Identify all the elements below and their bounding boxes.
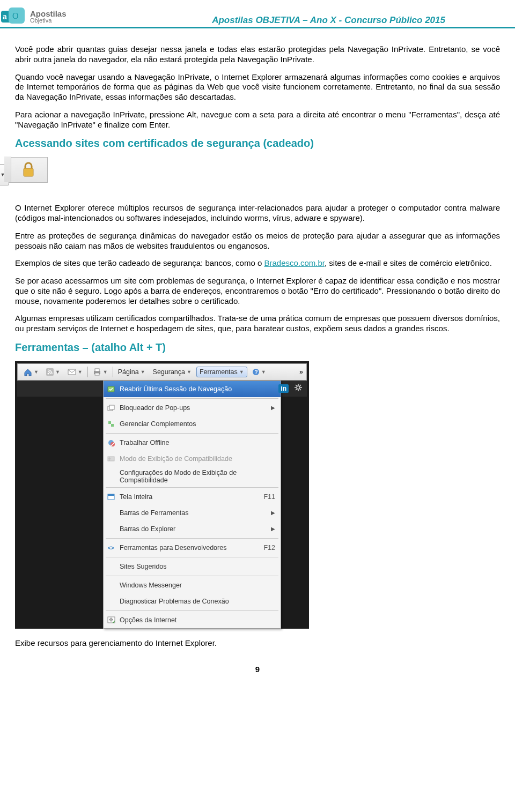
paragraph: Entre as proteções de segurança dinâmica… xyxy=(15,231,500,251)
rss-icon xyxy=(46,368,54,376)
svg-line-21 xyxy=(300,385,301,386)
header-title: Apostilas OBJETIVA – Ano X - Concurso Pú… xyxy=(212,15,515,26)
brand-line1: Apostilas xyxy=(30,10,67,18)
paragraph: O Internet Explorer oferece múltiplos re… xyxy=(15,203,500,224)
bradesco-link[interactable]: Bradesco.com.br xyxy=(264,258,325,267)
linkedin-badge[interactable]: in xyxy=(278,384,289,393)
svg-line-20 xyxy=(296,389,297,390)
menu-item-devtools[interactable]: <> Ferramentas para Desenvolvedores F12 xyxy=(104,540,281,556)
page-header: aO Apostilas Objetiva Apostilas OBJETIVA… xyxy=(0,0,515,28)
logo-mark-icon: aO xyxy=(1,8,27,26)
svg-line-19 xyxy=(300,389,301,390)
section-heading: Ferramentas – (atalho Alt + T) xyxy=(15,341,500,354)
svg-text:a: a xyxy=(3,12,7,21)
devtools-icon: <> xyxy=(107,543,115,552)
paragraph: Exibe recursos para gerenciamento do Int… xyxy=(15,638,500,649)
addons-icon xyxy=(107,420,115,428)
menu-item-manage-addons[interactable]: Gerenciar Complementos xyxy=(104,416,281,432)
home-button[interactable]: ▼ xyxy=(21,367,41,377)
menu-item-fullscreen[interactable]: Tela Inteira F11 xyxy=(104,489,281,505)
svg-line-18 xyxy=(296,385,297,386)
menu-item-diagnose[interactable]: Diagnosticar Problemas de Conexão xyxy=(104,593,281,609)
ie-command-bar: ▼ ▼ ▼ ▼ Página ▼ Segurança ▼ Ferramentas… xyxy=(17,363,307,381)
menu-item-explorer-bars[interactable]: Barras do Explorer ▶ xyxy=(104,521,281,537)
submenu-arrow-icon: ▶ xyxy=(271,526,275,532)
paragraph: Quando você navegar usando a Navegação I… xyxy=(15,72,500,102)
paragraph: Para acionar a navegação InPrivate, pres… xyxy=(15,110,500,130)
help-icon: ? xyxy=(252,368,260,376)
menu-item-work-offline[interactable]: Trabalhar Offline xyxy=(104,435,281,451)
page-menu-button[interactable]: Página ▼ xyxy=(115,367,148,377)
menu-item-internet-options[interactable]: ✔ Opções da Internet xyxy=(104,612,281,628)
menu-item-compat-view: Modo de Exibição de Compatibilidade xyxy=(104,451,281,467)
paragraph: Exemplos de sites que terão cadeado de s… xyxy=(15,258,500,269)
menu-item-suggested-sites[interactable]: Sites Sugeridos xyxy=(104,558,281,575)
reopen-icon xyxy=(107,385,115,393)
svg-text:✔: ✔ xyxy=(112,620,115,623)
svg-rect-9 xyxy=(95,369,99,371)
help-button[interactable]: ?▼ xyxy=(249,367,269,377)
gear-icon[interactable] xyxy=(294,383,303,393)
menu-item-reopen-session[interactable]: Reabrir Última Sessão de Navegação xyxy=(104,381,281,397)
ie-menu-screenshot: ▼ ▼ ▼ ▼ Página ▼ Segurança ▼ Ferramentas… xyxy=(15,361,309,629)
mail-button[interactable]: ▼ xyxy=(65,368,85,376)
home-icon xyxy=(24,368,32,376)
paragraph: Se por acaso acessarmos um site com prob… xyxy=(15,276,500,306)
section-heading: Acessando sites com certificados de segu… xyxy=(15,137,500,150)
svg-rect-32 xyxy=(108,494,114,496)
compat-icon xyxy=(107,455,115,463)
page-number: 9 xyxy=(15,665,500,674)
print-button[interactable]: ▼ xyxy=(90,367,111,377)
svg-text:O: O xyxy=(12,11,19,20)
svg-point-6 xyxy=(47,373,49,374)
brand-logo: aO Apostilas Objetiva xyxy=(0,8,67,26)
print-icon xyxy=(93,368,101,376)
submenu-arrow-icon: ▶ xyxy=(271,510,275,516)
svg-text:<>: <> xyxy=(108,545,114,551)
offline-icon xyxy=(107,438,115,447)
svg-text:?: ? xyxy=(254,369,258,375)
menu-item-messenger[interactable]: Windows Messenger xyxy=(104,577,281,593)
menu-item-toolbars[interactable]: Barras de Ferramentas ▶ xyxy=(104,505,281,521)
overflow-chevron-icon[interactable]: » xyxy=(299,368,303,376)
svg-rect-25 xyxy=(108,421,111,424)
feeds-button[interactable]: ▼ xyxy=(43,367,63,377)
paragraph: Você pode abrir quantas guias desejar ne… xyxy=(15,44,500,65)
options-icon: ✔ xyxy=(107,616,115,624)
popup-icon xyxy=(107,404,115,412)
brand-line2: Objetiva xyxy=(30,18,67,24)
paragraph: Algumas empresas utilizam certificados c… xyxy=(15,314,500,334)
svg-rect-26 xyxy=(111,424,114,427)
submenu-arrow-icon: ▶ xyxy=(271,405,275,411)
svg-rect-10 xyxy=(95,373,99,375)
svg-rect-7 xyxy=(68,369,76,375)
svg-point-13 xyxy=(297,386,300,389)
tools-dropdown-menu: Reabrir Última Sessão de Navegação Bloqu… xyxy=(103,381,281,629)
svg-rect-4 xyxy=(24,168,33,176)
menu-item-popup-blocker[interactable]: Bloqueador de Pop-ups ▶ xyxy=(104,400,281,416)
mail-icon xyxy=(68,369,76,375)
tools-menu-button[interactable]: Ferramentas ▼ xyxy=(196,367,247,377)
security-menu-button[interactable]: Segurança ▼ xyxy=(150,367,194,377)
padlock-icon xyxy=(21,162,36,178)
svg-rect-24 xyxy=(109,405,114,409)
menu-item-compat-settings[interactable]: Configurações do Modo de Exibição de Com… xyxy=(104,467,281,486)
padlock-indicator xyxy=(9,157,48,183)
fullscreen-icon xyxy=(107,493,115,501)
